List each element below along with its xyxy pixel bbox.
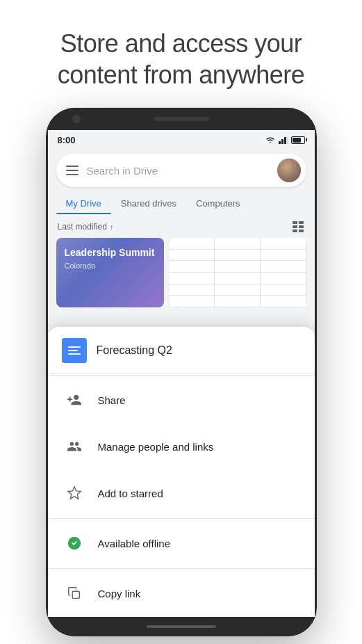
manage-people-label: Manage people and links xyxy=(98,441,214,453)
check-circle-icon xyxy=(62,531,87,556)
file-subtitle: Colorado xyxy=(65,261,156,270)
sort-arrow-icon[interactable]: ↑ xyxy=(110,223,114,231)
view-toggle-icon[interactable] xyxy=(291,220,305,234)
modified-bar: Last modified ↑ xyxy=(48,214,315,238)
modified-label-text: Last modified xyxy=(58,222,107,232)
svg-rect-9 xyxy=(299,230,304,232)
avatar[interactable] xyxy=(277,159,301,182)
available-offline-label: Available offline xyxy=(98,538,171,549)
hamburger-icon[interactable] xyxy=(66,166,79,175)
tab-shared-drives[interactable]: Shared drives xyxy=(111,191,186,214)
tab-my-drive[interactable]: My Drive xyxy=(56,191,111,214)
add-starred-label: Add to starred xyxy=(98,488,163,499)
signal-icon xyxy=(279,136,288,144)
menu-item-manage-people[interactable]: Manage people and links xyxy=(48,424,315,470)
sheet-file-header: Forecasting Q2 xyxy=(48,327,315,373)
battery-icon xyxy=(291,136,305,144)
drive-tabs: My Drive Shared drives Computers xyxy=(48,191,315,214)
svg-rect-2 xyxy=(284,137,286,144)
status-bar: 8:00 xyxy=(48,130,315,150)
search-bar[interactable]: Search in Drive xyxy=(56,154,306,187)
phone-speaker xyxy=(154,117,209,121)
svg-rect-11 xyxy=(72,591,79,598)
svg-rect-3 xyxy=(287,136,288,144)
svg-rect-7 xyxy=(299,225,304,228)
svg-rect-0 xyxy=(279,141,281,144)
svg-rect-5 xyxy=(299,221,304,224)
share-label: Share xyxy=(98,394,126,406)
search-placeholder: Search in Drive xyxy=(87,165,277,177)
file-grid: Leadership Summit Colorado xyxy=(48,238,315,314)
phone-camera xyxy=(72,115,81,123)
menu-item-share[interactable]: Share xyxy=(48,377,315,424)
svg-rect-4 xyxy=(293,221,297,224)
menu-item-copy-link[interactable]: Copy link xyxy=(48,570,315,617)
menu-item-add-starred[interactable]: Add to starred xyxy=(48,470,315,517)
file-card-leadership[interactable]: Leadership Summit Colorado xyxy=(56,238,164,307)
header-text: Store and access your content from anywh… xyxy=(0,0,362,104)
tab-computers[interactable]: Computers xyxy=(186,191,250,214)
phone-device: 8:00 xyxy=(46,108,317,636)
file-card-spreadsheet[interactable] xyxy=(170,238,306,307)
copy-icon xyxy=(62,581,87,606)
wifi-icon xyxy=(265,136,276,144)
phone-screen: 8:00 xyxy=(48,130,315,617)
star-icon xyxy=(62,481,87,506)
status-time: 8:00 xyxy=(58,135,76,145)
person-add-icon xyxy=(62,387,87,412)
phone-bottom xyxy=(46,617,317,636)
manage-people-icon xyxy=(62,434,87,459)
svg-rect-1 xyxy=(281,139,283,144)
bottom-sheet: Forecasting Q2 Share Manag xyxy=(48,327,315,617)
svg-rect-8 xyxy=(293,230,297,232)
sheet-filename: Forecasting Q2 xyxy=(97,344,172,357)
menu-item-available-offline[interactable]: Available offline xyxy=(48,520,315,567)
copy-link-label: Copy link xyxy=(98,588,141,599)
doc-icon xyxy=(62,338,87,363)
svg-rect-6 xyxy=(293,225,297,228)
file-title: Leadership Summit xyxy=(65,246,156,259)
